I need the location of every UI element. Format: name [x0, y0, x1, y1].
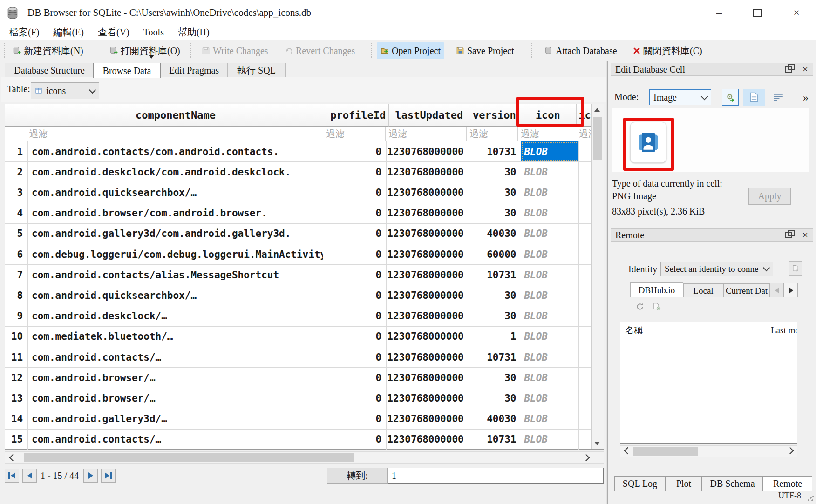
tab-edit-pragmas[interactable]: Edit Pragmas: [160, 63, 228, 77]
cell-version[interactable]: 40030: [469, 409, 522, 429]
minimize-button[interactable]: –: [704, 0, 734, 25]
cell-icon[interactable]: BLOB: [521, 368, 579, 388]
remote-tabs-scroll-left[interactable]: [770, 283, 784, 297]
encoding-status[interactable]: UTF-8: [778, 491, 801, 501]
filter-cell-lastUpdated[interactable]: 過濾: [386, 127, 467, 141]
cell-icon[interactable]: BLOB: [521, 244, 579, 264]
cell-partial[interactable]: [579, 368, 592, 388]
cell-lastUpdated[interactable]: 1230768000000: [387, 409, 469, 429]
cell-partial[interactable]: [579, 141, 592, 161]
cell-profileId[interactable]: 0: [323, 409, 387, 429]
cell-version[interactable]: 30: [469, 368, 522, 388]
menu-tools[interactable]: Tools: [136, 27, 171, 38]
cell-profileId[interactable]: 0: [323, 306, 387, 326]
remote-tab-dbhub[interactable]: DBHub.io: [630, 282, 683, 297]
cell-version[interactable]: 30: [469, 285, 522, 305]
table-row[interactable]: 13 com.android.browser/… 0 1230768000000…: [5, 388, 592, 409]
tab-execute-sql[interactable]: 執行 SQL: [227, 63, 286, 77]
cell-lastUpdated[interactable]: 1230768000000: [387, 162, 469, 182]
table-row[interactable]: 6 com.debug.loggerui/com.debug.loggerui.…: [5, 244, 592, 265]
scroll-up-icon[interactable]: [594, 108, 600, 112]
dock-tab-remote[interactable]: Remote: [763, 476, 812, 491]
first-record-button[interactable]: [5, 469, 19, 483]
dock-tab-db-schema[interactable]: DB Schema: [702, 476, 763, 491]
scroll-right-icon[interactable]: [786, 446, 796, 457]
tab-database-structure[interactable]: Database Structure: [5, 63, 94, 77]
open-database-dropdown-arrow[interactable]: [149, 55, 154, 59]
cell-lastUpdated[interactable]: 1230768000000: [387, 182, 469, 202]
table-row[interactable]: 7 com.android.contacts/alias.MessageShor…: [5, 265, 592, 285]
menu-file[interactable]: 檔案(F): [2, 26, 46, 39]
horizontal-scroll-thumb[interactable]: [24, 453, 354, 462]
write-changes-button[interactable]: Write Changes: [198, 42, 272, 59]
scroll-left-icon[interactable]: [6, 453, 17, 462]
cell-componentName[interactable]: com.android.contacts/com.android.contact…: [28, 141, 323, 161]
cell-profileId[interactable]: 0: [323, 162, 387, 182]
cell-version[interactable]: 30: [469, 162, 522, 182]
cell-icon[interactable]: BLOB: [521, 409, 579, 429]
table-row[interactable]: 9 com.android.deskclock/… 0 123076800000…: [5, 306, 592, 327]
remote-scroll-thumb[interactable]: [633, 447, 698, 456]
corner-header[interactable]: [5, 104, 24, 127]
cell-lastUpdated[interactable]: 1230768000000: [387, 306, 469, 326]
remote-column-name[interactable]: 名稱: [620, 324, 768, 336]
cell-version[interactable]: 60000: [469, 244, 522, 264]
table-row[interactable]: 3 com.android.quicksearchbox/… 0 1230768…: [5, 182, 592, 203]
float-panel-icon[interactable]: [785, 232, 792, 238]
upload-database-button[interactable]: [789, 261, 802, 276]
cell-componentName[interactable]: com.android.browser/…: [28, 368, 323, 388]
grid-vertical-scrollbar[interactable]: [591, 104, 604, 449]
goto-button[interactable]: 轉到:: [327, 468, 388, 484]
cell-componentName[interactable]: com.android.quicksearchbox/…: [28, 285, 323, 305]
menu-view[interactable]: 查看(V): [91, 26, 136, 39]
cell-componentName[interactable]: com.android.quicksearchbox/…: [28, 182, 323, 202]
cell-version[interactable]: 10731: [469, 430, 522, 450]
revert-changes-button[interactable]: Revert Changes: [281, 42, 359, 59]
remote-clone-button[interactable]: [651, 301, 663, 313]
table-row[interactable]: 2 com.android.deskclock/com.android.desk…: [5, 162, 592, 182]
cell-icon[interactable]: BLOB: [521, 306, 579, 326]
apply-button[interactable]: Apply: [748, 188, 791, 205]
close-database-button[interactable]: 關閉資料庫(C): [629, 42, 706, 59]
mode-select[interactable]: Image: [649, 89, 711, 105]
resize-grip[interactable]: [807, 495, 814, 502]
word-wrap-button[interactable]: [771, 92, 785, 103]
cell-componentName[interactable]: com.android.contacts/…: [28, 347, 323, 367]
close-panel-icon[interactable]: ×: [802, 63, 808, 75]
cell-version[interactable]: 30: [469, 203, 522, 223]
cell-profileId[interactable]: 0: [323, 388, 387, 408]
filter-cell-icon[interactable]: 過濾: [518, 127, 576, 141]
identity-select[interactable]: Select an identity to conne: [660, 262, 773, 276]
cell-version[interactable]: 1: [469, 327, 522, 347]
table-row[interactable]: 1 com.android.contacts/com.android.conta…: [5, 141, 592, 162]
column-header-lastUpdated[interactable]: lastUpdated: [389, 104, 469, 127]
cell-componentName[interactable]: com.android.contacts/…: [28, 430, 323, 450]
cell-icon[interactable]: BLOB: [521, 141, 579, 161]
cell-componentName[interactable]: com.android.gallery3d/com.android.galler…: [28, 224, 323, 244]
table-row[interactable]: 12 com.android.browser/… 0 1230768000000…: [5, 368, 592, 388]
cell-profileId[interactable]: 0: [323, 368, 387, 388]
cell-componentName[interactable]: com.android.contacts/alias.MessageShortc…: [28, 265, 323, 285]
next-record-button[interactable]: [83, 469, 98, 483]
cell-componentName[interactable]: com.mediatek.bluetooth/…: [28, 327, 323, 347]
cell-partial[interactable]: [579, 430, 592, 450]
remote-tab-local[interactable]: Local: [683, 283, 723, 297]
column-header-componentName[interactable]: componentName: [24, 104, 328, 127]
cell-componentName[interactable]: com.debug.loggerui/com.debug.loggerui.Ma…: [28, 244, 323, 264]
table-row[interactable]: 10 com.mediatek.bluetooth/… 0 1230768000…: [5, 327, 592, 347]
cell-lastUpdated[interactable]: 1230768000000: [387, 265, 469, 285]
panel-splitter[interactable]: [606, 61, 608, 504]
panel-overflow-button[interactable]: »: [799, 89, 813, 106]
tab-browse-data[interactable]: Browse Data: [93, 63, 161, 78]
open-project-button[interactable]: Open Project: [377, 42, 444, 59]
new-database-button[interactable]: 新建資料庫(N): [9, 42, 87, 59]
table-select[interactable]: icons: [31, 82, 99, 99]
filter-cell-componentName[interactable]: 過濾: [26, 127, 323, 141]
cell-lastUpdated[interactable]: 1230768000000: [387, 224, 469, 244]
cell-profileId[interactable]: 0: [323, 141, 387, 161]
cell-profileId[interactable]: 0: [323, 244, 387, 264]
cell-profileId[interactable]: 0: [323, 182, 387, 202]
cell-componentName[interactable]: com.android.browser/com.android.browser.: [28, 203, 323, 223]
cell-partial[interactable]: [579, 347, 592, 367]
cell-version[interactable]: 10731: [469, 265, 522, 285]
